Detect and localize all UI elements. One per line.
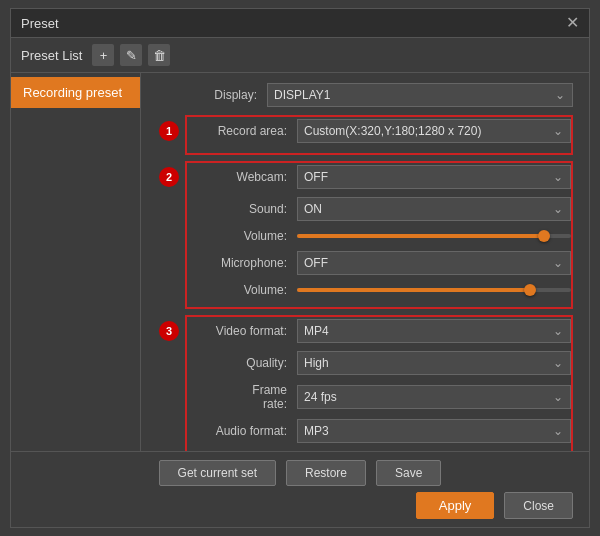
apply-button[interactable]: Apply	[416, 492, 495, 519]
mic-volume-row: Volume:	[187, 283, 571, 297]
microphone-select-wrapper: OFF	[297, 251, 571, 275]
framerate-select-wrapper: 24 fps	[297, 385, 571, 409]
section-3-outline: Video format: MP4 Quality:	[185, 315, 573, 451]
webcam-row: Webcam: OFF	[187, 165, 571, 189]
video-quality-select-wrapper: High	[297, 351, 571, 375]
section-3-wrapper: 3 Video format: MP4	[157, 315, 573, 451]
sound-volume-label: Volume:	[227, 229, 297, 243]
sound-select-wrapper: ON	[297, 197, 571, 221]
microphone-select[interactable]: OFF	[297, 251, 571, 275]
sound-volume-slider-container	[297, 229, 571, 243]
record-area-outline: Record area: Custom(X:320,Y:180;1280 x 7…	[185, 115, 573, 155]
mic-volume-slider-container	[297, 283, 571, 297]
section-badge-3: 3	[159, 321, 179, 341]
video-format-row: Video format: MP4	[187, 319, 571, 343]
close-button[interactable]: Close	[504, 492, 573, 519]
section-1-wrapper: 1 Record area: Custom(X:320,Y:180;1280 x…	[157, 115, 573, 159]
microphone-label: Microphone:	[187, 256, 297, 270]
display-select[interactable]: DISPLAY1	[267, 83, 573, 107]
content-area: Recording preset Display: DISPLAY1 1	[11, 73, 589, 451]
record-area-select-wrapper: Custom(X:320,Y:180;1280 x 720)	[297, 119, 571, 143]
section-badge-1: 1	[159, 121, 179, 141]
framerate-row: Frame rate: 24 fps	[187, 383, 571, 411]
record-area-select[interactable]: Custom(X:320,Y:180;1280 x 720)	[297, 119, 571, 143]
webcam-select[interactable]: OFF	[297, 165, 571, 189]
video-quality-select[interactable]: High	[297, 351, 571, 375]
video-quality-label: Quality:	[227, 356, 297, 370]
mic-volume-label: Volume:	[227, 283, 297, 297]
title-bar: Preset ✕	[11, 9, 589, 38]
edit-preset-button[interactable]: ✎	[120, 44, 142, 66]
display-select-wrapper: DISPLAY1	[267, 83, 573, 107]
dialog-title: Preset	[21, 16, 59, 31]
badge-col-1: 1	[157, 115, 185, 141]
sound-row: Sound: ON	[187, 197, 571, 221]
section-2-outline: Webcam: OFF Sound:	[185, 161, 573, 309]
framerate-select[interactable]: 24 fps	[297, 385, 571, 409]
display-row: Display: DISPLAY1	[157, 83, 573, 107]
middle-button-row: Get current set Restore Save	[27, 460, 573, 486]
section-2-wrapper: 2 Webcam: OFF	[157, 161, 573, 313]
video-format-select-wrapper: MP4	[297, 319, 571, 343]
preset-list-label: Preset List	[21, 48, 82, 63]
webcam-select-wrapper: OFF	[297, 165, 571, 189]
save-button[interactable]: Save	[376, 460, 441, 486]
add-preset-button[interactable]: +	[92, 44, 114, 66]
sound-label: Sound:	[187, 202, 297, 216]
video-format-label: Video format:	[187, 324, 297, 338]
section-1-content: Record area: Custom(X:320,Y:180;1280 x 7…	[185, 115, 573, 159]
preset-dialog: Preset ✕ Preset List + ✎ 🗑 Recording pre…	[10, 8, 590, 528]
restore-button[interactable]: Restore	[286, 460, 366, 486]
delete-icon: 🗑	[153, 48, 166, 63]
video-format-select[interactable]: MP4	[297, 319, 571, 343]
record-area-row: Record area: Custom(X:320,Y:180;1280 x 7…	[187, 119, 571, 143]
section-3-content: Video format: MP4 Quality:	[185, 315, 573, 451]
audio-format-row: Audio format: MP3	[187, 419, 571, 443]
close-icon-btn[interactable]: ✕	[566, 15, 579, 31]
preset-list-bar: Preset List + ✎ 🗑	[11, 38, 589, 73]
video-quality-row: Quality: High	[187, 351, 571, 375]
main-panel: Display: DISPLAY1 1 Record area:	[141, 73, 589, 451]
display-label: Display:	[157, 88, 267, 102]
framerate-label: Frame rate:	[227, 383, 297, 411]
sidebar-item-recording-preset[interactable]: Recording preset	[11, 77, 140, 108]
audio-format-label: Audio format:	[187, 424, 297, 438]
sidebar: Recording preset	[11, 73, 141, 451]
bottom-bar: Get current set Restore Save Apply Close	[11, 451, 589, 527]
sound-select[interactable]: ON	[297, 197, 571, 221]
action-button-row: Apply Close	[27, 492, 573, 519]
audio-format-select-wrapper: MP3	[297, 419, 571, 443]
badge-col-2: 2	[157, 161, 185, 187]
badge-col-3: 3	[157, 315, 185, 341]
section-badge-2: 2	[159, 167, 179, 187]
edit-icon: ✎	[126, 48, 137, 63]
delete-preset-button[interactable]: 🗑	[148, 44, 170, 66]
record-area-label: Record area:	[187, 124, 297, 138]
get-current-set-button[interactable]: Get current set	[159, 460, 276, 486]
webcam-label: Webcam:	[187, 170, 297, 184]
audio-format-select[interactable]: MP3	[297, 419, 571, 443]
microphone-row: Microphone: OFF	[187, 251, 571, 275]
sound-volume-row: Volume:	[187, 229, 571, 243]
section-2-content: Webcam: OFF Sound:	[185, 161, 573, 313]
